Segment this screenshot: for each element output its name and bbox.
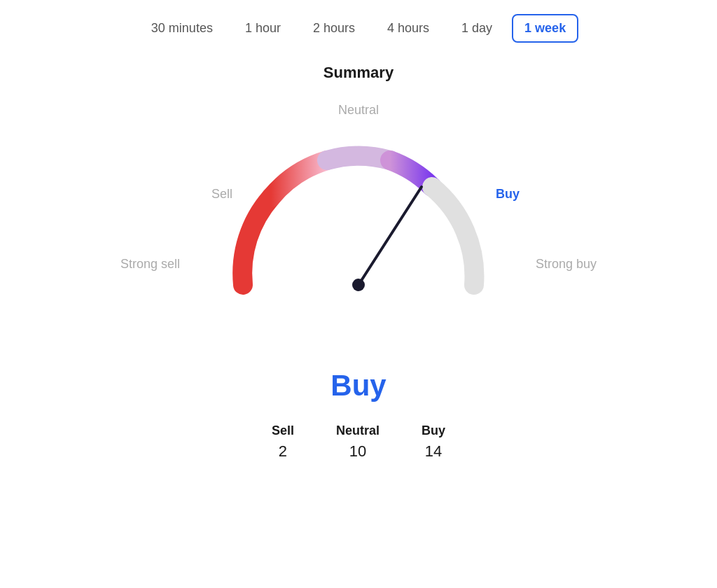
stat-item-sell: Sell2 bbox=[272, 424, 294, 461]
stat-value: 10 bbox=[349, 442, 366, 461]
time-tab-1d[interactable]: 1 day bbox=[449, 14, 505, 43]
time-tab-30m[interactable]: 30 minutes bbox=[139, 14, 225, 43]
time-tab-4h[interactable]: 4 hours bbox=[375, 14, 442, 43]
stat-item-buy: Buy14 bbox=[422, 424, 445, 461]
stat-label: Sell bbox=[272, 424, 294, 438]
label-strong-sell: Strong sell bbox=[120, 257, 180, 272]
main-container: 30 minutes1 hour2 hours4 hours1 day1 wee… bbox=[0, 0, 717, 588]
stats-row: Sell2Neutral10Buy14 bbox=[272, 424, 445, 461]
gauge-svg bbox=[204, 124, 513, 320]
result-label: Buy bbox=[330, 369, 386, 402]
time-tab-1h[interactable]: 1 hour bbox=[232, 14, 293, 43]
svg-line-0 bbox=[358, 187, 422, 285]
stat-label: Neutral bbox=[336, 424, 380, 438]
time-tab-1w[interactable]: 1 week bbox=[512, 14, 578, 43]
svg-point-1 bbox=[352, 279, 365, 291]
stat-value: 14 bbox=[425, 442, 442, 461]
label-strong-buy: Strong buy bbox=[536, 257, 597, 272]
stat-label: Buy bbox=[422, 424, 445, 438]
time-tab-2h[interactable]: 2 hours bbox=[300, 14, 368, 43]
summary-title: Summary bbox=[323, 64, 394, 82]
stat-item-neutral: Neutral10 bbox=[336, 424, 380, 461]
label-neutral: Neutral bbox=[338, 103, 379, 118]
stat-value: 2 bbox=[279, 442, 287, 461]
time-tabs: 30 minutes1 hour2 hours4 hours1 day1 wee… bbox=[125, 14, 592, 43]
gauge-container: Neutral Sell Buy Strong sell Strong buy bbox=[113, 96, 604, 362]
